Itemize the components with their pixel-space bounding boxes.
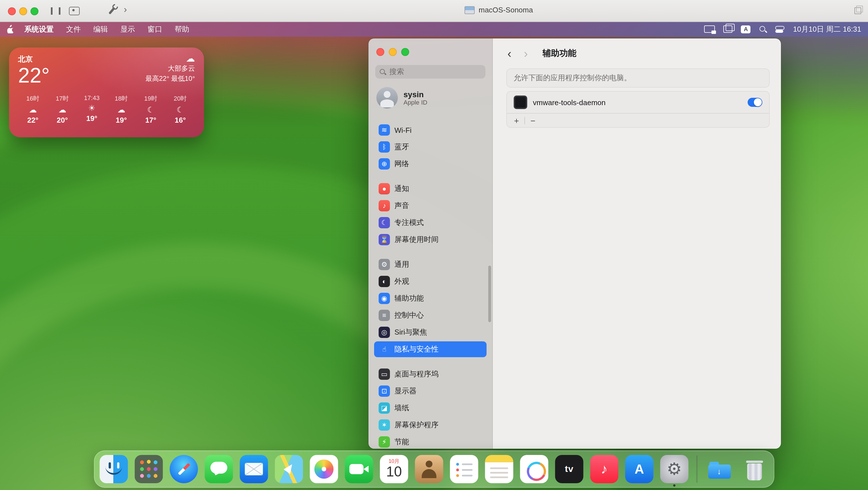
sidebar-item-privacy-security[interactable]: ☝隐私与安全性	[374, 341, 487, 357]
sidebar-item-focus[interactable]: ☾专注模式	[374, 215, 487, 231]
app-toggle[interactable]	[748, 98, 762, 107]
dock-photos[interactable]	[310, 455, 338, 483]
dock-finder[interactable]	[100, 455, 128, 483]
sound-speaker-icon: ♪	[379, 200, 390, 211]
weather-high-low: 最高22° 最低10°	[146, 73, 195, 84]
sidebar-item-screen-saver[interactable]: ✶屏幕保护程序	[374, 417, 487, 433]
system-settings-window: 搜索 sysin Apple ID ≋Wi-Fi ᛒ蓝牙 ⊕网络 ●通知 ♪声音…	[368, 38, 781, 449]
sidebar-item-notifications[interactable]: ●通知	[374, 181, 487, 197]
vm-snapshot-icon[interactable]	[69, 7, 80, 15]
vm-minimize-button[interactable]	[19, 7, 27, 15]
stage-manager-icon[interactable]	[724, 25, 733, 33]
dock-safari[interactable]	[170, 455, 198, 483]
dock-launchpad[interactable]	[135, 455, 163, 483]
sidebar-item-network[interactable]: ⊕网络	[374, 156, 487, 172]
general-gear-icon: ⚙	[379, 259, 390, 270]
menu-file[interactable]: 文件	[66, 24, 81, 34]
menu-bar-status: A 10月10日 周二 16:31	[704, 24, 861, 34]
vm-tools-icon[interactable]	[108, 7, 115, 15]
menu-bar: 系统设置 文件 编辑 显示 窗口 帮助 A 10月10日 周二 16:31	[0, 22, 868, 37]
dock-mail[interactable]	[240, 455, 268, 483]
menu-app-name[interactable]: 系统设置	[24, 24, 54, 34]
vm-pause-icon[interactable]	[51, 7, 60, 15]
remove-app-button[interactable]: −	[527, 116, 539, 125]
vm-expand-icon[interactable]: ›	[124, 4, 127, 15]
sidebar-item-siri-spotlight[interactable]: ◎Siri与聚焦	[374, 325, 487, 340]
dock-calendar[interactable]: 10月 10	[380, 455, 408, 483]
sidebar-item-accessibility[interactable]: ◉辅助功能	[374, 290, 487, 306]
vm-close-button[interactable]	[8, 7, 16, 15]
sidebar-item-sound[interactable]: ♪声音	[374, 198, 487, 214]
privacy-hand-icon: ☝	[379, 344, 390, 355]
gear-icon: ⚙	[667, 461, 682, 478]
sidebar-item-wallpaper[interactable]: ◪墙纸	[374, 400, 487, 416]
sunset-icon: ☀	[77, 103, 106, 112]
back-button[interactable]: ‹	[507, 47, 512, 59]
sidebar-item-displays[interactable]: ⊡显示器	[374, 383, 487, 399]
desktop-dock-icon: ▭	[379, 368, 390, 380]
menu-help[interactable]: 帮助	[175, 24, 189, 34]
tv-logo: tv	[565, 464, 573, 474]
sidebar-item-bluetooth[interactable]: ᛒ蓝牙	[374, 139, 487, 155]
screen-mirroring-icon[interactable]	[704, 25, 715, 33]
dock-trash[interactable]	[740, 455, 769, 483]
add-app-button[interactable]: +	[510, 116, 523, 125]
profile-subtitle: Apple ID	[403, 99, 427, 106]
dock-app-store[interactable]: A	[625, 455, 654, 483]
menu-window[interactable]: 窗口	[148, 24, 162, 34]
dock-freeform[interactable]	[520, 455, 549, 483]
sidebar-item-wifi[interactable]: ≋Wi-Fi	[374, 122, 487, 138]
dock-apple-tv[interactable]: tv	[555, 455, 584, 483]
dock-notes[interactable]	[485, 455, 514, 483]
dock-contacts[interactable]	[415, 455, 443, 483]
sidebar-item-screen-time[interactable]: ⌛屏幕使用时间	[374, 232, 487, 248]
weather-widget[interactable]: 北京 22° ☁ 大部多云 最高22° 最低10° 16时☁22° 17时☁20…	[9, 48, 204, 137]
vm-titlebar: › macOS-Sonoma	[0, 0, 868, 22]
app-name: vmware-tools-daemon	[533, 98, 606, 106]
dock-facetime[interactable]	[345, 455, 373, 483]
wallpaper-icon: ◪	[379, 402, 390, 414]
zoom-button[interactable]	[401, 48, 409, 56]
input-source-icon[interactable]: A	[741, 25, 751, 33]
search-icon	[379, 68, 386, 75]
menu-bar-clock[interactable]: 10月10日 周二 16:31	[793, 24, 861, 34]
dock-maps[interactable]	[275, 455, 303, 483]
sidebar-list: ≋Wi-Fi ᛒ蓝牙 ⊕网络 ●通知 ♪声音 ☾专注模式 ⌛屏幕使用时间 ⚙通用…	[374, 122, 487, 449]
minimize-button[interactable]	[389, 48, 397, 56]
sidebar-item-general[interactable]: ⚙通用	[374, 256, 487, 272]
vm-zoom-button[interactable]	[31, 7, 38, 15]
dock-downloads-folder[interactable]: ↓	[705, 455, 734, 483]
apple-menu-icon[interactable]	[7, 25, 14, 33]
control-center-icon[interactable]	[776, 26, 785, 32]
download-arrow-icon: ↓	[705, 467, 734, 476]
settings-sidebar: 搜索 sysin Apple ID ≋Wi-Fi ᛒ蓝牙 ⊕网络 ●通知 ♪声音…	[368, 38, 493, 449]
energy-icon: ⚡	[379, 436, 390, 448]
dock-messages[interactable]	[205, 455, 233, 483]
search-placeholder: 搜索	[390, 67, 404, 77]
dock-music[interactable]: ♪	[590, 455, 619, 483]
sidebar-item-control-center[interactable]: ≡控制中心	[374, 307, 487, 323]
dock: 10月 10 tv ♪ A ⚙ ↓	[94, 451, 774, 488]
close-button[interactable]	[376, 48, 384, 56]
sidebar-scrollbar[interactable]	[488, 266, 491, 322]
weather-hour: 17:43☀19°	[77, 94, 106, 124]
dock-reminders[interactable]	[450, 455, 478, 483]
siri-orb-icon: ◎	[379, 327, 390, 338]
spotlight-icon[interactable]	[759, 25, 767, 33]
apple-id-profile[interactable]: sysin Apple ID	[376, 87, 427, 109]
search-input[interactable]: 搜索	[375, 65, 486, 79]
menu-edit[interactable]: 编辑	[93, 24, 108, 34]
bluetooth-icon: ᛒ	[379, 141, 390, 153]
settings-header: ‹ › 辅助功能	[493, 38, 781, 68]
menu-view[interactable]: 显示	[120, 24, 135, 34]
sidebar-item-energy[interactable]: ⚡节能	[374, 434, 487, 449]
profile-name: sysin	[403, 90, 427, 99]
vm-thumbnail-icon	[465, 6, 475, 14]
sidebar-item-desktop-dock[interactable]: ▭桌面与程序坞	[374, 366, 487, 382]
toggle-knob	[754, 98, 762, 106]
vm-restore-icon[interactable]	[855, 7, 861, 14]
sidebar-item-appearance[interactable]: ◐外观	[374, 274, 487, 289]
footer-divider	[524, 117, 525, 124]
weather-hour: 17时☁20°	[48, 94, 77, 124]
dock-system-settings[interactable]: ⚙	[660, 455, 689, 483]
